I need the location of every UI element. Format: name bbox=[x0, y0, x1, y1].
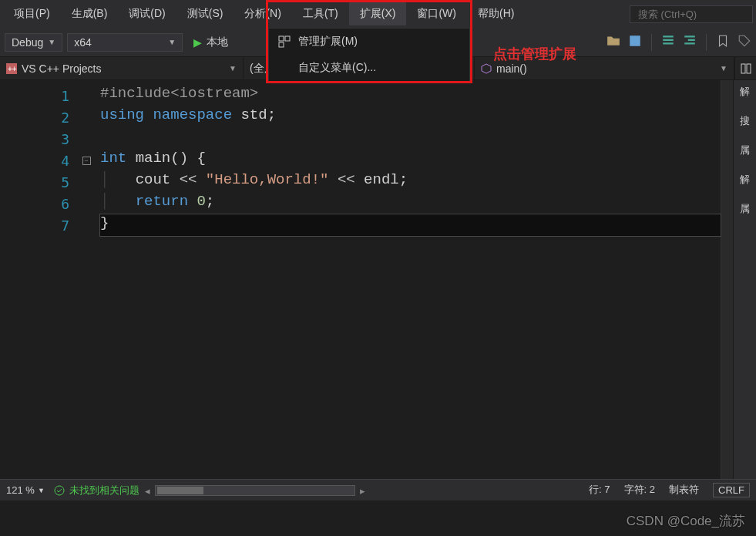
editor-area: 1234−567 #include<iostream>using namespa… bbox=[0, 80, 756, 481]
scrollbar-thumb[interactable] bbox=[157, 487, 203, 494]
platform-combo[interactable]: x64 ▼ bbox=[67, 33, 183, 52]
check-circle-icon bbox=[54, 485, 65, 496]
menu-bar: 项目(P) 生成(B) 调试(D) 测试(S) 分析(N) 工具(T) 扩展(X… bbox=[0, 0, 756, 28]
horizontal-scrollbar[interactable]: ◂ ▸ bbox=[155, 485, 355, 496]
code-line[interactable] bbox=[100, 128, 721, 150]
project-label: VS C++ Projects bbox=[22, 62, 102, 75]
project-icon: ++ bbox=[6, 63, 17, 74]
gutter: 1234−567 bbox=[0, 80, 100, 481]
code-content[interactable]: #include<iostream>using namespace std;in… bbox=[100, 80, 721, 481]
code-line[interactable]: │ cout << "Hello,World!" << endl; bbox=[100, 171, 721, 193]
line-number: 7 bbox=[0, 217, 77, 234]
watermark: CSDN @Code_流苏 bbox=[627, 512, 745, 530]
menu-build[interactable]: 生成(B) bbox=[61, 2, 119, 25]
dropdown-item-label: 管理扩展(M) bbox=[298, 35, 358, 49]
scroll-right-icon[interactable]: ▸ bbox=[360, 485, 365, 497]
svg-rect-6 bbox=[741, 64, 745, 73]
bookmark-icon[interactable] bbox=[716, 34, 730, 48]
line-number: 6 bbox=[0, 196, 77, 212]
line-number: 3 bbox=[0, 131, 77, 147]
chevron-down-icon: ▼ bbox=[229, 64, 237, 72]
menu-manage-extensions[interactable]: 管理扩展(M) bbox=[269, 29, 469, 55]
menu-window[interactable]: 窗口(W) bbox=[406, 2, 467, 25]
scroll-left-icon[interactable]: ◂ bbox=[145, 485, 150, 497]
panel-tab[interactable]: 解 bbox=[740, 173, 750, 187]
cube-icon bbox=[481, 63, 492, 74]
split-icon bbox=[741, 63, 751, 74]
config-label: Debug bbox=[12, 36, 43, 49]
line-number: 5 bbox=[0, 174, 77, 190]
code-editor[interactable]: 1234−567 #include<iostream>using namespa… bbox=[0, 80, 733, 481]
svg-rect-7 bbox=[747, 64, 751, 73]
play-icon: ▶ bbox=[193, 36, 202, 49]
function-label: main() bbox=[496, 62, 527, 75]
line-number: 4 bbox=[0, 153, 77, 169]
panel-tab[interactable]: 搜 bbox=[740, 114, 750, 128]
menu-debug[interactable]: 调试(D) bbox=[118, 2, 176, 25]
line-number: 1 bbox=[0, 88, 77, 104]
menu-help[interactable]: 帮助(H) bbox=[467, 2, 525, 25]
line-ending[interactable]: CRLF bbox=[713, 483, 750, 497]
chevron-down-icon: ▼ bbox=[720, 64, 727, 72]
svg-rect-3 bbox=[630, 35, 640, 46]
indent-mode[interactable]: 制表符 bbox=[669, 483, 699, 497]
panel-tab[interactable]: 解 bbox=[740, 85, 750, 99]
menu-extensions[interactable]: 扩展(X) bbox=[349, 2, 407, 25]
extensions-dropdown: 管理扩展(M) 自定义菜单(C)... bbox=[268, 28, 470, 82]
cursor-line[interactable]: 行: 7 bbox=[589, 483, 610, 497]
separator bbox=[651, 34, 652, 51]
code-line[interactable]: #include<iostream> bbox=[100, 85, 721, 106]
indent-icon[interactable] bbox=[661, 34, 675, 48]
cursor-col[interactable]: 字符: 2 bbox=[624, 483, 655, 497]
split-editor-button[interactable] bbox=[734, 57, 756, 79]
line-number: 2 bbox=[0, 110, 77, 126]
tag-icon[interactable] bbox=[738, 34, 751, 48]
project-combo[interactable]: ++ VS C++ Projects ▼ bbox=[0, 57, 244, 79]
menu-test[interactable]: 测试(S) bbox=[176, 2, 234, 25]
code-line[interactable]: using namespace std; bbox=[100, 106, 721, 128]
svg-rect-2 bbox=[279, 42, 284, 47]
separator bbox=[706, 34, 707, 51]
issues-label: 未找到相关问题 bbox=[69, 484, 139, 497]
vertical-scrollbar[interactable] bbox=[721, 80, 733, 481]
run-label: 本地 bbox=[207, 35, 228, 49]
svg-point-8 bbox=[55, 486, 64, 495]
status-bar: 121 % ▼ 未找到相关问题 ◂ ▸ 行: 7 字符: 2 制表符 CRLF bbox=[0, 479, 756, 501]
zoom-label: 121 % bbox=[6, 484, 35, 496]
menu-tools[interactable]: 工具(T) bbox=[292, 2, 349, 25]
blank-icon bbox=[278, 62, 291, 74]
config-combo[interactable]: Debug ▼ bbox=[5, 33, 62, 52]
menu-project[interactable]: 项目(P) bbox=[3, 2, 61, 25]
chevron-down-icon: ▼ bbox=[48, 38, 55, 46]
run-button[interactable]: ▶ 本地 bbox=[187, 33, 234, 52]
code-line[interactable]: │ return 0; bbox=[100, 193, 721, 214]
zoom-control[interactable]: 121 % ▼ bbox=[6, 484, 45, 496]
chevron-down-icon: ▼ bbox=[38, 487, 45, 494]
right-panel: 解搜属解属 bbox=[733, 80, 756, 481]
function-combo[interactable]: main() ▼ bbox=[475, 57, 734, 79]
fold-toggle[interactable]: − bbox=[82, 157, 91, 165]
platform-label: x64 bbox=[74, 36, 92, 49]
menu-customize[interactable]: 自定义菜单(C)... bbox=[269, 55, 469, 81]
search-input[interactable] bbox=[630, 5, 753, 23]
svg-rect-1 bbox=[285, 36, 290, 41]
code-line[interactable]: int main() { bbox=[100, 150, 721, 171]
svg-text:++: ++ bbox=[8, 65, 17, 73]
folder-icon[interactable] bbox=[606, 34, 620, 48]
code-line[interactable]: } bbox=[100, 214, 721, 236]
outdent-icon[interactable] bbox=[683, 34, 697, 48]
panel-tab[interactable]: 属 bbox=[740, 202, 750, 216]
issues-status[interactable]: 未找到相关问题 bbox=[54, 484, 139, 497]
panel-tab[interactable]: 属 bbox=[740, 143, 750, 157]
extension-icon bbox=[278, 35, 291, 48]
save-icon[interactable] bbox=[628, 34, 642, 48]
menu-analyze[interactable]: 分析(N) bbox=[234, 2, 291, 25]
chevron-down-icon: ▼ bbox=[168, 38, 176, 46]
dropdown-item-label: 自定义菜单(C)... bbox=[298, 61, 376, 75]
svg-rect-0 bbox=[279, 36, 284, 41]
